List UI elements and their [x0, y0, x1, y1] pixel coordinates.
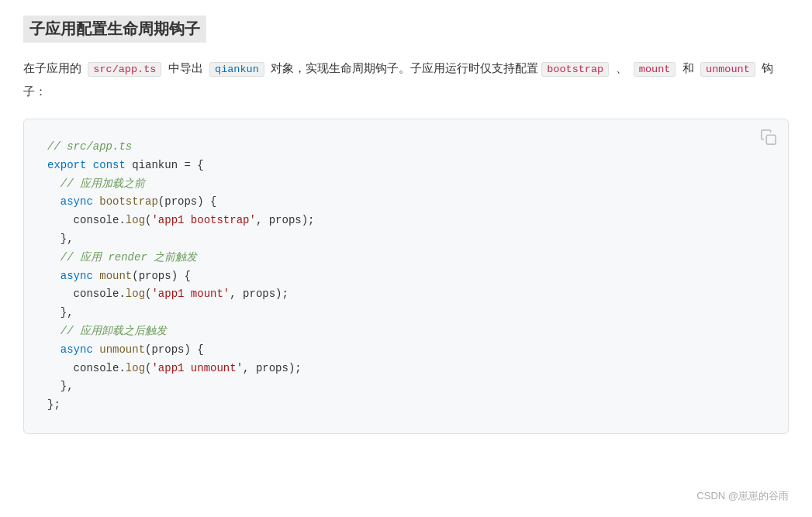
- inline-code-unmount: unmount: [700, 62, 755, 77]
- code-line-5: console.log('app1 bootstrap', props);: [47, 212, 765, 230]
- inline-code-bootstrap: bootstrap: [541, 62, 609, 77]
- page-container: 子应用配置生命周期钩子 在子应用的 src/app.ts 中导出 qiankun…: [0, 0, 812, 517]
- code-line-2: export const qiankun = {: [47, 157, 765, 175]
- inline-code-src: src/app.ts: [88, 62, 161, 77]
- svg-rect-0: [766, 135, 776, 144]
- code-line-9: console.log('app1 mount', props);: [47, 285, 765, 304]
- code-line-4: async bootstrap(props) {: [47, 193, 765, 212]
- code-line-13: console.log('app1 unmount', props);: [47, 360, 765, 378]
- copy-icon[interactable]: [760, 129, 777, 146]
- code-comment-1: // src/app.ts: [47, 140, 132, 153]
- code-block: // src/app.ts export const qiankun = { /…: [23, 119, 789, 434]
- code-line-3: // 应用加载之前: [47, 175, 765, 194]
- code-line-8: async mount(props) {: [47, 267, 765, 286]
- inline-code-qiankun: qiankun: [209, 62, 264, 77]
- code-line-15: };: [47, 396, 765, 415]
- code-line-1: // src/app.ts: [47, 138, 765, 157]
- page-title: 子应用配置生命周期钩子: [23, 16, 206, 43]
- footer-credit: CSDN @崽崽的谷雨: [696, 489, 789, 503]
- inline-code-mount: mount: [634, 62, 676, 77]
- code-line-12: async unmount(props) {: [47, 341, 765, 360]
- code-line-7: // 应用 render 之前触发: [47, 249, 765, 267]
- code-line-6: },: [47, 230, 765, 249]
- code-line-11: // 应用卸载之后触发: [47, 322, 765, 341]
- code-line-14: },: [47, 377, 765, 396]
- code-line-10: },: [47, 304, 765, 322]
- description-text: 在子应用的 src/app.ts 中导出 qiankun 对象，实现生命周期钩子…: [23, 57, 789, 103]
